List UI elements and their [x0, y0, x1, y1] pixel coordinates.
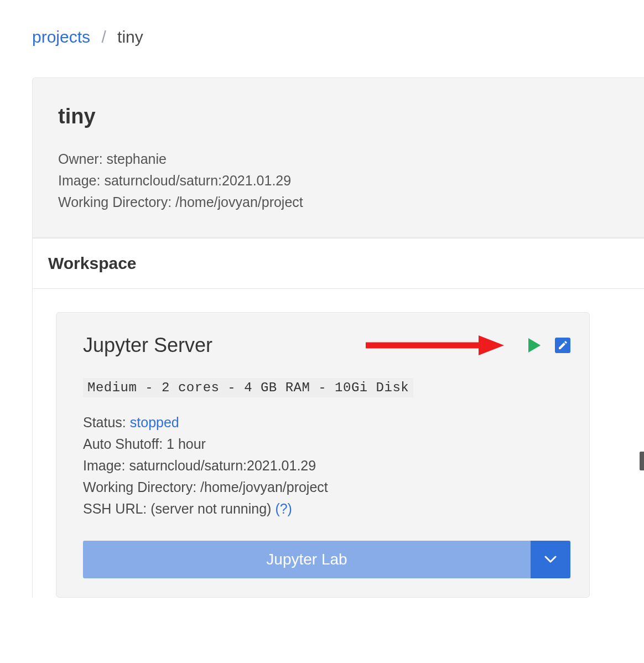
owner-value: stephanie	[107, 151, 167, 167]
server-autoshutoff-line: Auto Shutoff: 1 hour	[83, 434, 570, 456]
breadcrumb-separator: /	[95, 28, 112, 46]
server-spec: Medium - 2 cores - 4 GB RAM - 10Gi Disk	[83, 378, 413, 397]
server-workdir-line: Working Directory: /home/jovyan/project	[83, 478, 570, 499]
jupyter-server-card: Jupyter Server	[56, 312, 590, 598]
server-status-line: Status: stopped	[83, 413, 570, 434]
server-workdir-label: Working Directory:	[83, 479, 196, 495]
jupyter-lab-button[interactable]: Jupyter Lab	[83, 541, 531, 578]
project-title: tiny	[58, 105, 619, 149]
launch-button-group: Jupyter Lab	[83, 541, 570, 578]
server-header: Jupyter Server	[83, 333, 570, 358]
server-sshurl-line: SSH URL: (server not running) (?)	[83, 499, 570, 521]
sshurl-value: (server not running)	[150, 501, 271, 516]
server-image-line: Image: saturncloud/saturn:2021.01.29	[83, 456, 570, 478]
server-actions	[366, 333, 570, 358]
chevron-down-icon	[544, 556, 557, 563]
svg-marker-1	[479, 335, 504, 355]
launch-dropdown-button[interactable]	[531, 541, 570, 578]
autoshutoff-value: 1 hour	[167, 436, 206, 452]
image-value: saturncloud/saturn:2021.01.29	[104, 173, 291, 188]
status-value[interactable]: stopped	[130, 415, 179, 430]
status-label: Status:	[83, 415, 126, 430]
workspace-section-header: Workspace	[32, 238, 644, 289]
server-image-value: saturncloud/saturn:2021.01.29	[129, 458, 316, 473]
workdir-value: /home/jovyan/project	[175, 194, 303, 210]
project-owner-line: Owner: stephanie	[58, 149, 619, 171]
server-title: Jupyter Server	[83, 334, 212, 357]
breadcrumb-current: tiny	[117, 28, 143, 46]
autoshutoff-label: Auto Shutoff:	[83, 436, 163, 452]
start-server-button[interactable]	[528, 338, 541, 353]
breadcrumb-projects-link[interactable]: projects	[32, 28, 90, 46]
sshurl-help-link[interactable]: (?)	[275, 501, 292, 516]
annotation-arrow-icon	[366, 333, 504, 358]
project-image-line: Image: saturncloud/saturn:2021.01.29	[58, 171, 619, 193]
workspace-title: Workspace	[48, 254, 644, 273]
owner-label: Owner:	[58, 151, 103, 167]
edge-handle[interactable]	[640, 452, 644, 470]
svg-marker-2	[528, 338, 541, 353]
workdir-label: Working Directory:	[58, 194, 172, 210]
play-icon	[528, 338, 541, 353]
sshurl-label: SSH URL:	[83, 501, 147, 516]
server-image-label: Image:	[83, 458, 125, 473]
project-workdir-line: Working Directory: /home/jovyan/project	[58, 193, 619, 214]
image-label: Image:	[58, 173, 100, 188]
edit-icon	[558, 340, 568, 350]
workspace-content: Jupyter Server	[32, 289, 644, 598]
server-workdir-value: /home/jovyan/project	[200, 479, 328, 495]
breadcrumb: projects / tiny	[0, 0, 644, 46]
project-info-card: tiny Owner: stephanie Image: saturncloud…	[32, 77, 644, 238]
edit-server-button[interactable]	[555, 338, 570, 353]
